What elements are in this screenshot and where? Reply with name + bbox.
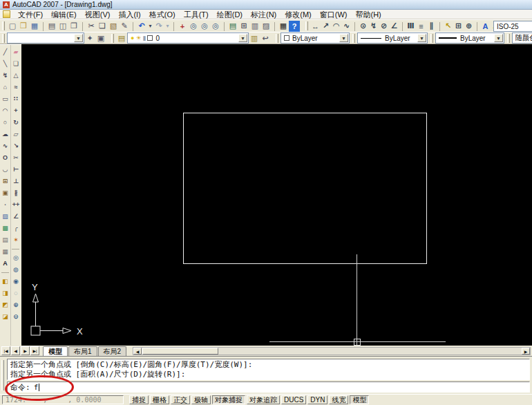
toolbar-grip[interactable] bbox=[430, 34, 433, 43]
chevron-down-icon[interactable]: ▼ bbox=[238, 34, 247, 42]
window-menu[interactable]: 窗口(W) bbox=[316, 10, 352, 19]
zoom-window-button[interactable]: ◎ bbox=[199, 21, 210, 32]
save-button[interactable]: ▦ bbox=[29, 21, 40, 32]
stretch-button[interactable]: ↘ bbox=[11, 140, 21, 151]
save-workspace-button[interactable]: ▣ bbox=[95, 32, 106, 44]
dim-jogged-radius-button[interactable]: ↯ bbox=[368, 21, 379, 32]
hatch-button[interactable]: ▨ bbox=[1, 211, 10, 221]
insert-menu[interactable]: 插入(I) bbox=[114, 10, 144, 19]
horizontal-scrollbar[interactable]: ◀ ▶ bbox=[133, 347, 531, 355]
plot-style-dropdown[interactable]: 随颜色 ▼ bbox=[512, 32, 532, 44]
extend-button[interactable]: ⊢ bbox=[11, 164, 21, 174]
first-tab-button[interactable]: |◀ bbox=[1, 346, 10, 355]
lineweight-toggle[interactable]: 线宽 bbox=[329, 395, 348, 404]
ellipse-arc-button[interactable]: ◡ bbox=[1, 164, 10, 174]
construction-line-button[interactable]: ╲ bbox=[1, 58, 10, 68]
zoom-previous-button[interactable]: ◎ bbox=[210, 21, 221, 32]
help-button[interactable]: ? bbox=[289, 21, 300, 32]
model-tab[interactable]: 模型 bbox=[43, 346, 68, 356]
polar-toggle[interactable]: 极轴 bbox=[191, 395, 211, 404]
plot-button[interactable]: ▤ bbox=[46, 21, 57, 32]
dim-baseline-button[interactable]: ≡ bbox=[416, 21, 426, 32]
scroll-left-icon[interactable]: ◀ bbox=[133, 348, 142, 355]
modify-menu[interactable]: 修改(M) bbox=[281, 10, 316, 19]
ducs-toggle[interactable]: DUCS bbox=[281, 395, 306, 404]
send-under-objects-button[interactable]: ◪ bbox=[1, 311, 10, 321]
dim-continue-button[interactable]: ∥ bbox=[426, 21, 437, 32]
drawn-rectangle[interactable] bbox=[183, 113, 427, 264]
tool-palettes-button[interactable]: ▥ bbox=[249, 21, 260, 32]
dim-arc-length-button[interactable]: ◠ bbox=[331, 21, 341, 32]
make-block-button[interactable]: ▣ bbox=[1, 187, 10, 198]
toolbar-grip[interactable] bbox=[111, 34, 114, 43]
paste-button[interactable]: ▧ bbox=[108, 21, 119, 32]
file-menu[interactable]: 文件(F) bbox=[14, 10, 47, 19]
redo-button[interactable]: ↷ bbox=[153, 21, 164, 32]
region-button[interactable]: ▤ bbox=[1, 234, 10, 245]
toolbar-grip[interactable] bbox=[2, 34, 5, 43]
insert-block-button[interactable]: ⊞ bbox=[1, 176, 10, 186]
redo-list-button[interactable]: ▾ bbox=[164, 21, 171, 32]
layout2-tab[interactable]: 布局2 bbox=[98, 346, 127, 356]
ellipse-button[interactable]: O bbox=[1, 152, 10, 162]
dim-angular-button[interactable]: ∠ bbox=[389, 21, 399, 32]
lineweight-dropdown[interactable]: ByLayer ▼ bbox=[435, 32, 504, 44]
break-button[interactable]: ∦ bbox=[11, 187, 21, 198]
scale-button[interactable]: ▱ bbox=[11, 129, 21, 139]
center-mark-button[interactable]: ⊕ bbox=[464, 21, 474, 32]
help-menu[interactable]: 帮助(H) bbox=[352, 10, 386, 19]
zoom-scale-button[interactable]: ◉ bbox=[11, 276, 21, 286]
zoom-out-button[interactable]: ⊖ bbox=[11, 311, 21, 321]
chevron-down-icon[interactable]: ▼ bbox=[74, 34, 83, 42]
array-button[interactable]: ∷ bbox=[11, 93, 21, 104]
dim-jogged-button[interactable]: ∿ bbox=[341, 21, 352, 32]
zoom-window-button[interactable]: ◎ bbox=[11, 252, 21, 263]
cut-button[interactable]: ✂ bbox=[86, 21, 97, 32]
workspace-dropdown[interactable]: ▼ bbox=[7, 32, 84, 44]
otrack-toggle[interactable]: 对象追踪 bbox=[247, 395, 280, 404]
quick-dimension-button[interactable]: Ⅲ bbox=[406, 21, 416, 32]
rectangle-button[interactable]: ▭ bbox=[1, 93, 10, 104]
prev-tab-button[interactable]: ◀ bbox=[11, 346, 20, 355]
osnap-toggle[interactable]: 对象捕捉 bbox=[212, 395, 245, 404]
toolbar-grip[interactable] bbox=[305, 21, 308, 30]
last-tab-button[interactable]: ▶| bbox=[30, 346, 39, 355]
dyn-toggle[interactable]: DYN bbox=[307, 395, 327, 404]
dim-aligned-button[interactable]: ↗ bbox=[321, 21, 331, 32]
undo-list-button[interactable]: ▾ bbox=[147, 21, 153, 32]
bring-above-objects-button[interactable]: ◩ bbox=[1, 299, 10, 310]
edit-menu[interactable]: 编辑(E) bbox=[47, 10, 81, 19]
designcenter-button[interactable]: ⊞ bbox=[238, 21, 249, 32]
polygon-button[interactable]: ⌂ bbox=[1, 82, 10, 92]
revision-cloud-button[interactable]: ☁ bbox=[1, 129, 10, 139]
zoom-realtime-button[interactable]: ◎ bbox=[188, 21, 199, 32]
color-dropdown[interactable]: ByLayer ▼ bbox=[281, 32, 350, 44]
tools-menu[interactable]: 工具(T) bbox=[180, 10, 213, 19]
match-properties-button[interactable]: ✎ bbox=[119, 21, 130, 32]
gradient-button[interactable]: ▩ bbox=[1, 223, 10, 233]
break-at-point-button[interactable]: ⊥ bbox=[11, 176, 21, 186]
chevron-down-icon[interactable]: ▼ bbox=[339, 34, 348, 42]
zoom-in-button[interactable]: ⊕ bbox=[11, 299, 21, 310]
properties-palette-button[interactable]: ▤ bbox=[227, 21, 238, 32]
command-input[interactable]: 命令: f bbox=[7, 382, 530, 393]
dim-linear-button[interactable]: ↔ bbox=[310, 21, 321, 32]
table-button[interactable]: ▦ bbox=[1, 246, 10, 256]
pan-realtime-button[interactable]: + bbox=[177, 21, 188, 32]
join-button[interactable]: ++ bbox=[11, 199, 21, 209]
offset-button[interactable]: ≈ bbox=[11, 82, 21, 92]
snap-toggle[interactable]: 捕捉 bbox=[129, 395, 149, 404]
dim-edit-button[interactable]: A bbox=[480, 21, 491, 32]
trim-button[interactable]: ✂ bbox=[11, 152, 21, 162]
plot-preview-button[interactable]: ◫ bbox=[57, 21, 68, 32]
erase-button[interactable]: ▰ bbox=[11, 46, 21, 57]
copy-object-button[interactable]: ❏ bbox=[11, 58, 21, 68]
arc-button[interactable]: ◠ bbox=[1, 105, 10, 115]
calculator-button[interactable]: ▦ bbox=[278, 21, 289, 32]
toolbar-grip[interactable] bbox=[276, 34, 278, 43]
command-window-grip[interactable] bbox=[1, 360, 4, 390]
layer-dropdown[interactable]: ●☀▮ 0 ▼ bbox=[127, 32, 249, 44]
tolerance-button[interactable]: ⊞ bbox=[453, 21, 464, 32]
layout1-tab[interactable]: 布局1 bbox=[68, 346, 97, 356]
layer-properties-manager-button[interactable]: ▤ bbox=[116, 32, 127, 44]
